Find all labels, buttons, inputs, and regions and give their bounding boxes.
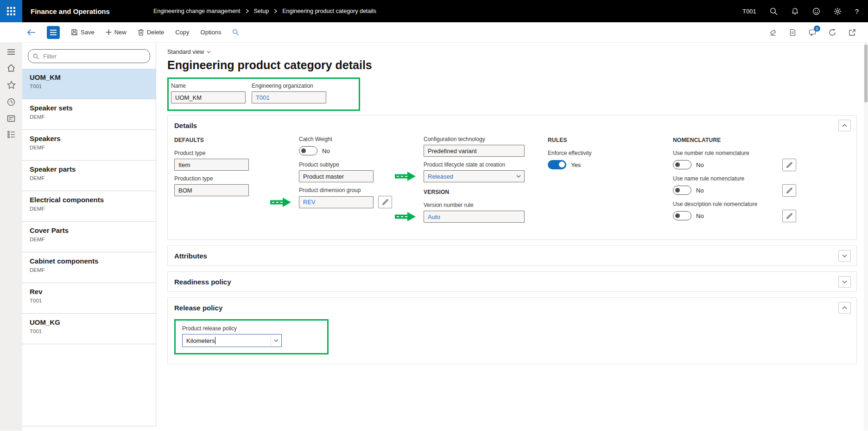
name-input[interactable]: [171, 91, 246, 103]
app-launcher-icon[interactable]: [0, 0, 22, 22]
name-rule-field-group: Use name rule nomenclature No: [673, 175, 850, 196]
readiness-policy-expand-button[interactable]: [838, 276, 851, 288]
app-title: Finance and Operations: [31, 7, 110, 15]
product-dimension-group-field[interactable]: REV: [299, 196, 374, 208]
open-in-new-window-icon[interactable]: [849, 29, 856, 36]
annotation-box-header-fields: Name Engineering organization T001: [167, 77, 360, 111]
release-policy-section: Release policy Product release policy Ki…: [167, 297, 857, 364]
breadcrumb-item-module[interactable]: Engineering change management: [153, 8, 241, 14]
hamburger-menu-icon[interactable]: [7, 49, 15, 55]
favorites-star-icon[interactable]: [7, 81, 16, 89]
product-dimension-group-link[interactable]: REV: [303, 199, 316, 206]
details-column-3: Configuration technology Predefined vari…: [424, 136, 548, 227]
command-search-icon[interactable]: [232, 29, 239, 36]
list-item[interactable]: Speaker parts DEMF: [22, 161, 156, 191]
number-rule-toggle[interactable]: [673, 160, 691, 169]
waffle-grid-icon: [7, 7, 15, 15]
help-icon[interactable]: ?: [855, 7, 859, 15]
view-selector[interactable]: Standard view: [167, 49, 211, 55]
filter-input[interactable]: [42, 52, 145, 60]
readiness-policy-section-header[interactable]: Readiness policy: [168, 272, 856, 291]
main-content: Standard view Engineering product catego…: [156, 43, 868, 431]
configuration-technology-field[interactable]: Predefined variant: [424, 145, 525, 157]
version-number-rule-field[interactable]: Auto: [424, 211, 525, 223]
breadcrumb-item-setup[interactable]: Setup: [254, 8, 269, 14]
plus-icon: [106, 29, 112, 35]
navigation-pane-toggle[interactable]: [47, 26, 60, 39]
release-policy-section-title: Release policy: [174, 304, 222, 312]
list-item[interactable]: Speakers DEMF: [22, 130, 156, 161]
details-collapse-button[interactable]: [838, 120, 851, 131]
details-column-rules: RULES Enforce effectivity Yes: [548, 136, 673, 227]
list-item[interactable]: Rev T001: [22, 283, 156, 314]
list-item[interactable]: Electrical components DEMF: [22, 191, 156, 222]
name-rule-value: No: [696, 187, 704, 194]
company-picker[interactable]: T001: [742, 8, 756, 15]
scrollbar-thumb[interactable]: [864, 45, 868, 103]
new-button[interactable]: New: [106, 29, 127, 36]
save-button[interactable]: Save: [71, 29, 95, 36]
name-rule-edit-button[interactable]: [782, 184, 796, 197]
engineering-organization-field[interactable]: T001: [252, 91, 326, 103]
refresh-icon[interactable]: [829, 29, 836, 36]
version-number-rule-link[interactable]: Auto: [428, 213, 440, 220]
attachments-button[interactable]: 0: [809, 29, 816, 36]
product-release-policy-dropdown-button[interactable]: [271, 335, 281, 346]
description-rule-edit-button[interactable]: [782, 210, 796, 222]
back-button[interactable]: [27, 29, 36, 36]
home-icon[interactable]: [7, 64, 15, 72]
details-section-header[interactable]: Details: [168, 116, 856, 135]
feedback-smiley-icon[interactable]: [812, 7, 820, 15]
product-dimension-group-edit-button[interactable]: [378, 196, 392, 208]
production-type-field-group: Production type BOM: [174, 175, 299, 196]
list-item[interactable]: Cover Parts DEMF: [22, 222, 156, 252]
attributes-section-header[interactable]: Attributes: [168, 246, 856, 265]
search-icon[interactable]: [770, 7, 778, 15]
category-name: Cabinet components: [30, 257, 148, 265]
release-policy-section-header[interactable]: Release policy: [168, 298, 856, 317]
settings-gear-icon[interactable]: [834, 7, 842, 15]
trash-icon: [138, 29, 144, 36]
list-item[interactable]: UOM_KG T001: [22, 314, 156, 344]
workspaces-icon[interactable]: [7, 115, 15, 122]
list-item[interactable]: UOM_KM T001: [22, 69, 156, 99]
release-policy-collapse-button[interactable]: [838, 302, 851, 314]
product-subtype-field[interactable]: Product master: [299, 170, 374, 182]
production-type-field[interactable]: BOM: [174, 184, 249, 196]
product-type-field[interactable]: Item: [174, 159, 249, 171]
recent-clock-icon[interactable]: [7, 98, 15, 106]
nav-rail: [0, 43, 22, 431]
number-rule-edit-button[interactable]: [782, 159, 796, 171]
description-rule-toggle[interactable]: [673, 211, 691, 220]
description-rule-value: No: [696, 212, 704, 219]
modules-list-icon[interactable]: [7, 131, 15, 138]
name-field-label: Name: [171, 83, 246, 89]
category-list: UOM_KM T001 Speaker sets DEMF Speakers D…: [22, 69, 156, 344]
engineering-organization-link[interactable]: T001: [256, 94, 270, 101]
copy-button[interactable]: Copy: [175, 29, 189, 36]
breadcrumb-item-page[interactable]: Engineering product category details: [282, 8, 376, 14]
delete-label: Delete: [147, 29, 165, 36]
category-name: UOM_KG: [30, 318, 148, 326]
chevron-down-icon: [207, 51, 211, 53]
attributes-expand-button[interactable]: [838, 250, 851, 262]
chevron-right-icon: [274, 9, 277, 13]
vertical-scrollbar: [864, 43, 868, 431]
list-item[interactable]: Cabinet components DEMF: [22, 252, 156, 283]
product-dimension-group-label: Product dimension group: [299, 187, 424, 193]
options-button[interactable]: Options: [201, 29, 222, 36]
enforce-effectivity-toggle[interactable]: [548, 160, 566, 169]
document-notes-icon[interactable]: [789, 29, 796, 36]
name-rule-toggle[interactable]: [673, 186, 691, 195]
production-type-label: Production type: [174, 175, 299, 182]
clear-personalization-icon[interactable]: [769, 29, 777, 36]
delete-button[interactable]: Delete: [138, 29, 165, 36]
attributes-section: Attributes: [167, 245, 857, 266]
lifecycle-state-combobox[interactable]: Released: [424, 170, 525, 182]
chevron-down-icon: [842, 280, 847, 283]
notifications-bell-icon[interactable]: [791, 7, 799, 15]
engineering-organization-label: Engineering organization: [252, 83, 326, 89]
list-item[interactable]: Speaker sets DEMF: [22, 99, 156, 130]
product-release-policy-combobox[interactable]: Kilometers: [182, 334, 282, 347]
catch-weight-toggle[interactable]: [299, 146, 317, 155]
